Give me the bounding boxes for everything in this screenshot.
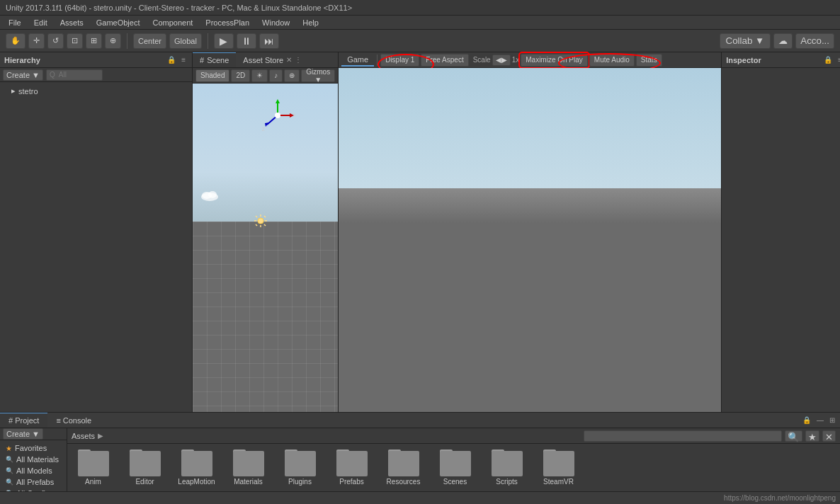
svg-marker-1 [276,99,280,103]
tab-scene[interactable]: # Scene [193,52,236,67]
project-left-header: Create ▼ [0,428,67,440]
asset-folder-item[interactable]: Materials [225,447,271,486]
aspect-btn[interactable]: Free Aspect [421,54,468,67]
fav-item-materials[interactable]: 🔍 All Materials [4,454,62,464]
stats-btn[interactable]: Stats [636,54,662,67]
asset-folder-item[interactable]: Scenes [432,447,478,486]
transform-tool-btn[interactable]: ⊕ [105,33,121,49]
menu-assets[interactable]: Assets [55,17,89,28]
pause-btn[interactable]: ⏸ [237,33,256,49]
assets-search-input[interactable] [584,430,782,442]
tab-project[interactable]: # Project [0,413,47,428]
menu-help[interactable]: Help [297,17,324,28]
menu-window[interactable]: Window [256,17,295,28]
bottom-lock-icon[interactable]: 🔒 [800,416,813,425]
svg-line-17 [264,216,266,217]
fx-btn[interactable]: ⊕ [284,69,300,82]
hierarchy-toolbar: Create ▼ [0,68,192,82]
title-bar: Unity 2017.3.1f1 (64bit) - stetro.unity … [0,0,840,16]
play-btn[interactable]: ▶ [214,33,234,49]
menu-gameobject[interactable]: GameObject [91,17,146,28]
scene-tab-label: Scene [207,56,229,64]
bottom-expand-icon[interactable]: ⊞ [827,416,837,425]
folder-label: Editor [122,478,168,486]
folder-icon [232,447,266,476]
menu-edit[interactable]: Edit [28,17,53,28]
shaded-btn[interactable]: Shaded [195,69,229,82]
folder-icon [490,447,524,476]
hierarchy-create-btn[interactable]: Create ▼ [3,69,43,81]
folder-icon [283,447,317,476]
asset-store-close-icon[interactable]: ✕ [286,56,292,64]
rect-tool-btn[interactable]: ⊞ [86,33,102,49]
cloud-btn[interactable]: ☁ [773,33,793,49]
asset-folder-item[interactable]: Prefabs [329,447,375,486]
game-horizon-band [339,188,721,223]
tab-asset-store[interactable]: Asset Store ✕ ⋮ [236,52,309,67]
scale-slider[interactable]: ◀▶ [492,55,511,66]
folder-icon [438,447,472,476]
asset-folder-item[interactable]: LeapMotion [174,447,220,486]
hierarchy-item-stetro[interactable]: ▸ stetro [0,85,192,97]
move-tool-btn[interactable]: ✛ [28,33,45,49]
hierarchy-panel-controls: 🔒 ≡ [165,55,188,64]
asset-folder-item[interactable]: Anim [70,447,116,486]
console-tab-icon: ≡ [56,416,60,425]
assets-star-btn[interactable]: ★ [805,430,819,442]
gizmos-btn[interactable]: Gizmos ▼ [301,69,335,82]
scene-toolbar: Shaded 2D ☀ ♪ ⊕ Gizmos ▼ [193,68,338,84]
audio-btn[interactable]: ♪ [269,69,283,82]
tab-console[interactable]: ≡ Console [47,413,100,428]
inspector-menu-icon[interactable]: ≡ [836,55,840,64]
fav-search-icon: 🔍 [6,456,13,463]
rotate-tool-btn[interactable]: ↺ [47,33,64,49]
collab-btn[interactable]: Collab ▼ [720,33,771,49]
mute-audio-btn[interactable]: Mute Audio [589,54,635,67]
hierarchy-lock-icon[interactable]: 🔒 [165,55,178,64]
hierarchy-menu-icon[interactable]: ≡ [179,55,188,64]
asset-folder-item[interactable]: Plugins [277,447,323,486]
account-btn[interactable]: Acco... [795,33,834,49]
2d-btn[interactable]: 2D [231,69,250,82]
lighting-btn[interactable]: ☀ [251,69,268,82]
fav-item-models[interactable]: 🔍 All Models [4,466,62,476]
bottom-status-bar: https://blog.csdn.net/moonlightpeng [0,491,840,504]
menu-component[interactable]: Component [147,17,198,28]
inspector-header: Inspector 🔒 ≡ [722,52,840,68]
assets-grid: Anim Editor LeapMotion Materials [67,444,840,491]
step-btn[interactable]: ⏭ [259,33,279,49]
asset-folder-item[interactable]: SteamVR [535,447,581,486]
inspector-panel: Inspector 🔒 ≡ [721,52,840,412]
svg-text:Z: Z [262,127,266,132]
asset-folder-item[interactable]: Editor [122,447,168,486]
asset-folder-item[interactable]: Resources [380,447,426,486]
folder-icon [180,447,214,476]
tab-menu-icon[interactable]: ⋮ [295,56,302,64]
global-btn[interactable]: Global [169,33,202,49]
maximize-on-play-btn[interactable]: Maximize On Play [521,54,588,67]
assets-path-label: Assets [72,432,95,440]
svg-line-18 [256,224,257,226]
game-view [339,68,721,412]
fav-prefabs-search-icon: 🔍 [6,479,13,486]
project-create-btn[interactable]: Create ▼ [3,428,43,440]
menu-processplan[interactable]: ProcessPlan [200,17,255,28]
tab-game[interactable]: Game [341,54,374,67]
assets-search-btn[interactable]: 🔍 [785,430,802,442]
menu-file[interactable]: File [3,17,27,28]
folder-label: Plugins [277,478,323,486]
folder-body [336,451,368,476]
hand-tool-btn[interactable]: ✋ [6,33,25,49]
scale-tool-btn[interactable]: ⊡ [67,33,83,49]
assets-close-btn[interactable]: ✕ [822,430,836,442]
asset-folder-item[interactable]: Scripts [484,447,530,486]
inspector-lock-icon[interactable]: 🔒 [822,55,834,64]
project-right-toolbar: Assets ▶ 🔍 ★ ✕ [67,428,840,444]
inspector-content [722,68,840,74]
fav-item-prefabs[interactable]: 🔍 All Prefabs [4,477,62,487]
bottom-menu-icon[interactable]: — [815,416,826,425]
scale-label: Scale [473,56,491,64]
center-btn[interactable]: Center [133,33,166,49]
display-btn[interactable]: Display 1 [380,54,419,67]
hierarchy-search-input[interactable] [46,69,103,81]
